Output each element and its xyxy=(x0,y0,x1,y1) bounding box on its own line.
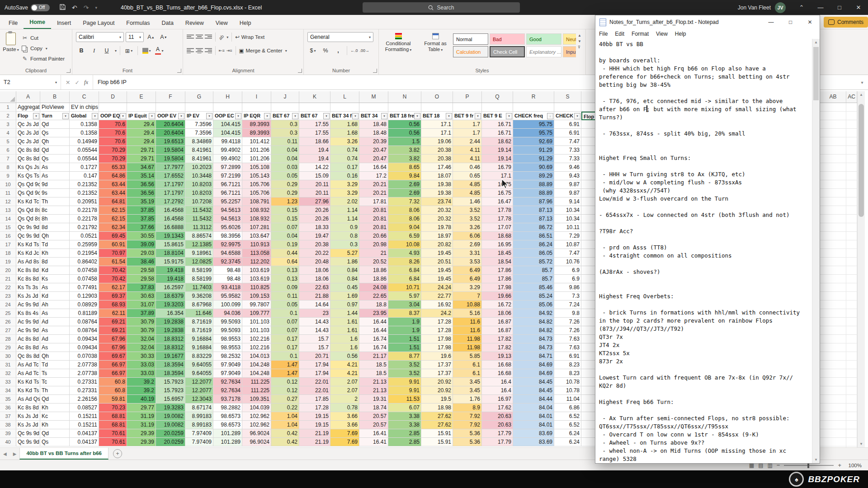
cell[interactable]: 30.79 xyxy=(127,318,156,326)
cell[interactable]: 3.82 xyxy=(388,146,421,155)
cell[interactable]: Aggregatio xyxy=(16,103,40,112)
cell[interactable]: Ad xyxy=(40,318,70,326)
cell[interactable]: 0.29 xyxy=(271,180,299,189)
cell[interactable]: 92.7634 xyxy=(213,386,242,395)
filter-icon[interactable]: ▾ xyxy=(446,113,452,119)
cell[interactable]: Qh xyxy=(40,137,70,146)
cell[interactable]: 8.58199 xyxy=(185,266,213,275)
sheet-nav-left-icon[interactable]: ◀ xyxy=(0,451,10,456)
cell[interactable]: 0.8 xyxy=(330,232,359,240)
filter-icon[interactable]: ▾ xyxy=(33,113,39,119)
cell[interactable]: 111.225 xyxy=(242,386,271,395)
cell[interactable]: 21.19 xyxy=(299,438,330,446)
cell[interactable]: 5.36 xyxy=(453,438,482,446)
cell[interactable]: 4.85 xyxy=(453,189,482,197)
currency-format-button[interactable]: $▾ xyxy=(307,46,318,56)
cell[interactable]: 10.8203 xyxy=(185,189,213,197)
cell[interactable]: 18.48 xyxy=(359,129,388,137)
cell[interactable]: 84.73 xyxy=(513,343,554,352)
cell[interactable]: 84.82 xyxy=(513,326,554,335)
cell[interactable] xyxy=(330,103,359,112)
align-left-icon[interactable] xyxy=(187,48,194,53)
cell[interactable]: 0.11 xyxy=(271,292,299,300)
cell[interactable]: 5.36 xyxy=(453,429,482,438)
cell[interactable]: 20.38 xyxy=(299,240,330,249)
cell[interactable]: 84.92 xyxy=(513,309,554,318)
cell[interactable]: 17.86 xyxy=(482,275,513,283)
wrap-text-button[interactable]: ↩Wrap Text xyxy=(235,34,264,40)
cell[interactable]: 19.4 xyxy=(299,155,330,163)
cell[interactable]: 0.45 xyxy=(330,283,359,292)
cell[interactable]: 18.5 xyxy=(359,361,388,369)
cell[interactable]: 6.91 xyxy=(554,120,581,129)
cell[interactable]: 18.06 xyxy=(299,266,330,275)
cell[interactable]: 87.96 xyxy=(513,197,554,206)
cell[interactable]: 6.9 xyxy=(554,275,581,283)
cell[interactable]: 84.01 xyxy=(513,421,554,429)
scroll-up-icon[interactable]: ▲ xyxy=(858,91,865,98)
cell[interactable]: 60.8 xyxy=(99,386,127,395)
cell[interactable]: 19.4 xyxy=(299,146,330,155)
cell[interactable]: 62.15 xyxy=(99,215,127,223)
cell[interactable]: 1.04 xyxy=(271,421,299,429)
cell[interactable]: 18.86 xyxy=(359,266,388,275)
cell[interactable]: 0.11 xyxy=(271,137,299,146)
cell[interactable]: 22.65 xyxy=(359,292,388,300)
cell[interactable]: 8d xyxy=(40,258,70,266)
zoom-level[interactable]: 100% xyxy=(845,463,862,468)
cell[interactable]: 66.97 xyxy=(99,361,127,369)
cell[interactable]: 101.289 xyxy=(213,429,242,438)
cell[interactable]: Qs xyxy=(40,155,70,163)
cell[interactable]: 70.6 xyxy=(99,137,127,146)
cell[interactable]: 20.26 xyxy=(299,215,330,223)
notepad-scrollbar[interactable]: ▲ ▼ xyxy=(812,39,820,463)
cell[interactable] xyxy=(213,103,242,112)
cell[interactable]: 18.54 xyxy=(482,258,513,266)
font-color-button[interactable]: A▾ xyxy=(154,46,165,56)
number-dialog-launcher[interactable] xyxy=(373,69,377,73)
cell[interactable]: 31.19 xyxy=(127,412,156,421)
number-format-select[interactable]: General▾ xyxy=(307,32,373,42)
cell[interactable]: 0.14949 xyxy=(70,137,99,146)
cell[interactable]: 16.44 xyxy=(359,318,388,326)
cell[interactable]: 0.74 xyxy=(330,146,359,155)
cell[interactable]: 0.15 xyxy=(271,215,299,223)
cell[interactable] xyxy=(127,103,156,112)
cell[interactable]: 0.1358 xyxy=(70,120,99,129)
cell[interactable]: 3.52 xyxy=(453,215,482,223)
cell[interactable]: 15.09 xyxy=(299,172,330,180)
cell[interactable]: 11.3112 xyxy=(185,223,213,232)
ribbon-tab-formulas[interactable]: Formulas xyxy=(120,17,156,29)
cell[interactable]: 7.3 xyxy=(554,292,581,300)
row-number[interactable]: 6 xyxy=(0,146,16,155)
cell[interactable]: 19.1677 xyxy=(156,352,185,361)
cell[interactable]: 1.76 xyxy=(453,395,482,404)
column-header-ac[interactable]: AC xyxy=(846,91,857,103)
cell[interactable]: 19.14 xyxy=(482,146,513,155)
cell[interactable]: 18.86 xyxy=(359,275,388,283)
cell[interactable]: 0.84 xyxy=(330,266,359,275)
cell[interactable]: Qs Qd 9c xyxy=(16,189,40,197)
cell[interactable]: 12.2077 xyxy=(185,378,213,386)
close-button[interactable]: ✕ xyxy=(849,0,868,15)
notepad-menu-help[interactable]: Help xyxy=(671,31,690,37)
cell[interactable]: 17.94 xyxy=(299,369,330,378)
cell[interactable]: 9.14 xyxy=(554,197,581,206)
cell[interactable]: 5.16 xyxy=(453,309,482,318)
cell[interactable]: 87.13 xyxy=(513,206,554,215)
cell[interactable]: 8d xyxy=(40,223,70,232)
cell[interactable]: 66.97 xyxy=(99,369,127,378)
cell[interactable]: 70.97 xyxy=(99,249,127,258)
ribbon-tab-insert[interactable]: Insert xyxy=(51,17,77,29)
cell[interactable]: 9.64055 xyxy=(185,369,213,378)
cell[interactable]: 1.9 xyxy=(388,318,421,326)
cell[interactable]: 112.202 xyxy=(242,258,271,266)
cell[interactable]: 2.26156 xyxy=(70,395,99,404)
cell[interactable]: 11.646 xyxy=(185,309,213,318)
cell[interactable]: 84.45 xyxy=(513,386,554,395)
cell[interactable]: 15.7 xyxy=(299,343,330,352)
ribbon-tab-review[interactable]: Review xyxy=(179,17,210,29)
cell[interactable]: Qd xyxy=(40,395,70,404)
cell[interactable]: 1.9 xyxy=(388,326,421,335)
row-number[interactable]: 31 xyxy=(0,361,16,369)
